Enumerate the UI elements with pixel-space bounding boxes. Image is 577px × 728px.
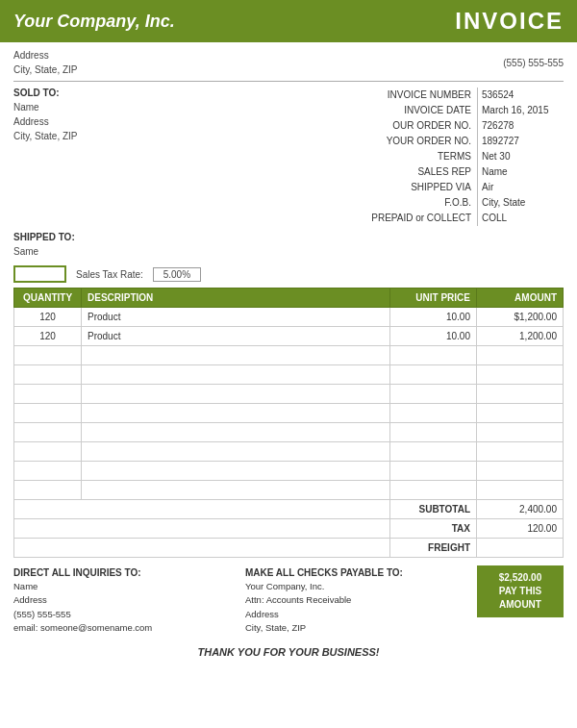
shipped-to-value: Same: [13, 244, 564, 259]
sold-to-label: SOLD TO:: [13, 88, 362, 98]
fob-row: F.O.B. City, State: [362, 195, 564, 211]
prepaid-value: COLL: [477, 211, 564, 226]
footer-checks: MAKE ALL CHECKS PAYABLE TO: Your Company…: [245, 565, 458, 635]
table-row: 120 Product 10.00 1,200.00: [14, 327, 564, 346]
total-amount-line2: PAY THIS: [481, 585, 560, 598]
sold-to-address: Address: [13, 114, 362, 129]
checks-label: MAKE ALL CHECKS PAYABLE TO:: [245, 565, 458, 580]
inquiries-label: DIRECT ALL INQUIRIES TO:: [13, 565, 226, 580]
inquiries-name: Name: [13, 580, 226, 593]
sold-to-city: City, State, ZIP: [13, 129, 362, 143]
shipped-via-row: SHIPPED VIA Air: [362, 180, 564, 195]
tax-rate-row: Sales Tax Rate: 5.00%: [0, 261, 577, 288]
empty-table-row: [14, 404, 564, 423]
company-address-line1: Address: [13, 48, 78, 63]
cell-desc: Product: [82, 308, 390, 327]
tax-rate-box-decoration: [13, 265, 66, 283]
our-order-row: OUR ORDER NO. 726278: [362, 118, 564, 134]
shipped-to-label: SHIPPED TO:: [13, 232, 564, 242]
tax-rate-value: 5.00%: [153, 267, 201, 282]
cell-unit: 10.00: [390, 308, 477, 327]
cell-amount: $1,200.00: [477, 308, 564, 327]
terms-row: TERMS Net 30: [362, 149, 564, 164]
our-order-value: 726278: [477, 118, 564, 134]
prepaid-row: PREPAID or COLLECT COLL: [362, 211, 564, 226]
invoice-date-value: March 16, 2015: [477, 103, 564, 118]
invoice-number-label: INVOICE NUMBER: [362, 88, 477, 103]
checks-name: Your Company, Inc.: [245, 580, 458, 593]
checks-address: Address: [245, 608, 458, 621]
shipped-to-section: SHIPPED TO: Same: [0, 228, 577, 261]
col-header-unit-price: UNIT PRICE: [390, 289, 477, 308]
terms-value: Net 30: [477, 149, 564, 164]
your-order-label: YOUR ORDER NO.: [362, 134, 477, 149]
tax-label: TAX: [390, 519, 477, 539]
checks-attn: Attn: Accounts Receivable: [245, 593, 458, 607]
invoice-date-label: INVOICE DATE: [362, 103, 477, 118]
invoice-date-row: INVOICE DATE March 16, 2015: [362, 103, 564, 118]
company-address: Address City, State, ZIP: [13, 48, 78, 77]
inquiries-phone: (555) 555-555: [13, 608, 226, 621]
invoice-page: Your Company, Inc. INVOICE Address City,…: [0, 0, 577, 728]
footer-section: DIRECT ALL INQUIRIES TO: Name Address (5…: [0, 558, 577, 639]
freight-value: [477, 539, 564, 558]
info-table: INVOICE NUMBER 536524 INVOICE DATE March…: [362, 88, 564, 226]
subtotal-row: SUBTOTAL 2,400.00: [14, 500, 564, 519]
cell-qty: 120: [14, 327, 82, 346]
cell-qty: 120: [14, 308, 82, 327]
invoice-details: INVOICE NUMBER 536524 INVOICE DATE March…: [362, 88, 564, 226]
col-header-amount: AMOUNT: [477, 289, 564, 308]
tax-rate-label: Sales Tax Rate:: [76, 269, 143, 280]
cell-amount: 1,200.00: [477, 327, 564, 346]
table-row: 120 Product 10.00 $1,200.00: [14, 308, 564, 327]
sold-to-section: SOLD TO: Name Address City, State, ZIP: [13, 88, 362, 226]
inquiries-email: email: someone@somename.com: [13, 621, 226, 635]
invoice-header: Your Company, Inc. INVOICE: [0, 0, 577, 42]
prepaid-label: PREPAID or COLLECT: [362, 211, 477, 226]
subtotal-value: 2,400.00: [477, 500, 564, 519]
freight-row: FREIGHT: [14, 539, 564, 558]
invoice-title: INVOICE: [455, 8, 564, 35]
your-order-value: 1892727: [477, 134, 564, 149]
total-amount-value: $2,520.00: [481, 571, 560, 585]
total-amount-line3: AMOUNT: [481, 598, 560, 612]
bill-section: SOLD TO: Name Address City, State, ZIP I…: [0, 82, 577, 228]
total-amount-box: $2,520.00 PAY THIS AMOUNT: [477, 565, 564, 617]
line-items-section: QUANTITY DESCRIPTION UNIT PRICE AMOUNT 1…: [0, 288, 577, 558]
terms-label: TERMS: [362, 149, 477, 164]
sales-rep-row: SALES REP Name: [362, 164, 564, 180]
company-address-line2: City, State, ZIP: [13, 63, 78, 77]
sales-rep-label: SALES REP: [362, 164, 477, 180]
our-order-label: OUR ORDER NO.: [362, 118, 477, 134]
cell-unit: 10.00: [390, 327, 477, 346]
empty-table-row: [14, 346, 564, 365]
empty-table-row: [14, 481, 564, 500]
thank-you-message: THANK YOU FOR YOUR BUSINESS!: [0, 639, 577, 667]
invoice-number-row: INVOICE NUMBER 536524: [362, 88, 564, 103]
your-order-row: YOUR ORDER NO. 1892727: [362, 134, 564, 149]
empty-table-row: [14, 385, 564, 404]
inquiries-address: Address: [13, 593, 226, 607]
fob-label: F.O.B.: [362, 195, 477, 211]
cell-desc: Product: [82, 327, 390, 346]
shipped-via-value: Air: [477, 180, 564, 195]
empty-table-row: [14, 462, 564, 481]
col-header-description: DESCRIPTION: [82, 289, 390, 308]
company-info-section: Address City, State, ZIP (555) 555-555: [0, 42, 577, 81]
line-items-table: QUANTITY DESCRIPTION UNIT PRICE AMOUNT 1…: [13, 288, 564, 558]
subtotal-label: SUBTOTAL: [390, 500, 477, 519]
freight-label: FREIGHT: [390, 539, 477, 558]
tax-value: 120.00: [477, 519, 564, 539]
sales-rep-value: Name: [477, 164, 564, 180]
company-phone: (555) 555-555: [503, 58, 564, 68]
table-header-row: QUANTITY DESCRIPTION UNIT PRICE AMOUNT: [14, 289, 564, 308]
sold-to-name: Name: [13, 100, 362, 114]
checks-city: City, State, ZIP: [245, 621, 458, 635]
invoice-number-value: 536524: [477, 88, 564, 103]
footer-inquiries: DIRECT ALL INQUIRIES TO: Name Address (5…: [13, 565, 226, 635]
tax-row: TAX 120.00: [14, 519, 564, 539]
empty-table-row: [14, 442, 564, 462]
empty-table-row: [14, 423, 564, 442]
company-name: Your Company, Inc.: [13, 12, 175, 32]
shipped-via-label: SHIPPED VIA: [362, 180, 477, 195]
